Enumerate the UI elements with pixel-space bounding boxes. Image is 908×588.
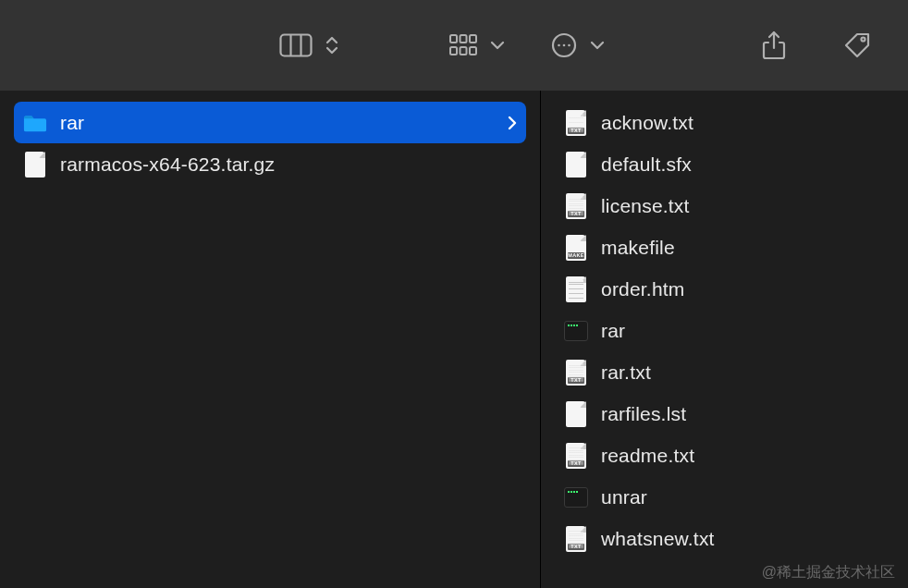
watermark: @稀土掘金技术社区	[762, 563, 895, 582]
folder-icon	[23, 111, 47, 135]
file-row[interactable]: rar	[555, 310, 894, 351]
txt-file-icon: TXT	[564, 361, 588, 385]
tag-icon[interactable]	[843, 31, 871, 59]
file-row[interactable]: TXT acknow.txt	[555, 102, 894, 143]
txt-file-icon: TXT	[564, 111, 588, 135]
txt-file-icon: TXT	[564, 527, 588, 551]
archive-file-icon	[23, 153, 47, 177]
file-row[interactable]: MAKE makefile	[555, 227, 894, 268]
file-name: acknow.txt	[601, 112, 885, 134]
file-row[interactable]: TXT license.txt	[555, 185, 894, 227]
file-name: makefile	[601, 237, 885, 259]
file-row[interactable]: unrar	[555, 476, 894, 518]
file-name: rar	[601, 320, 885, 342]
file-name: rar	[60, 112, 495, 134]
generic-file-icon	[564, 402, 588, 426]
file-name: license.txt	[601, 195, 885, 217]
file-name: rar.txt	[601, 361, 885, 384]
columns-content: rar rarmacos-x64-623.tar.gz TXT acknow.t…	[0, 91, 908, 588]
more-actions-group[interactable]	[551, 32, 605, 58]
view-mode-group[interactable]	[279, 33, 338, 57]
htm-file-icon	[564, 277, 588, 301]
txt-file-icon: TXT	[564, 444, 588, 468]
file-row[interactable]: default.sfx	[555, 143, 894, 185]
file-name: unrar	[601, 486, 885, 508]
file-row[interactable]: TXT readme.txt	[555, 435, 894, 476]
svg-point-14	[862, 38, 865, 42]
generic-file-icon	[564, 153, 588, 177]
file-row[interactable]: TXT rar.txt	[555, 351, 894, 393]
svg-rect-0	[281, 35, 312, 56]
svg-rect-7	[460, 47, 467, 55]
chevron-down-icon[interactable]	[590, 41, 605, 50]
svg-point-11	[563, 44, 566, 47]
file-name: whatsnew.txt	[601, 528, 885, 550]
file-name: rarmacos-x64-623.tar.gz	[60, 153, 517, 176]
file-name: order.htm	[601, 278, 885, 300]
columns-view-icon[interactable]	[279, 33, 313, 57]
column-child[interactable]: TXT acknow.txt default.sfx TXT license.t…	[541, 91, 908, 588]
svg-rect-6	[450, 47, 457, 55]
svg-rect-4	[460, 35, 467, 43]
executable-icon	[564, 319, 588, 343]
chevron-down-icon[interactable]	[490, 41, 505, 50]
share-icon[interactable]	[762, 31, 786, 60]
file-row[interactable]: rarfiles.lst	[555, 393, 894, 435]
svg-rect-3	[450, 35, 457, 43]
toolbar	[0, 0, 908, 91]
file-row[interactable]: TXT whatsnew.txt	[555, 518, 894, 559]
file-name: rarfiles.lst	[601, 403, 885, 425]
svg-point-10	[558, 44, 560, 47]
executable-icon	[564, 485, 588, 509]
file-row[interactable]: order.htm	[555, 268, 894, 310]
file-row[interactable]: rarmacos-x64-623.tar.gz	[14, 143, 526, 185]
file-name: default.sfx	[601, 153, 885, 176]
updown-chevron-icon[interactable]	[325, 35, 338, 55]
svg-point-12	[568, 44, 571, 47]
txt-file-icon: TXT	[564, 194, 588, 218]
folder-row[interactable]: rar	[14, 102, 526, 143]
file-name: readme.txt	[601, 445, 885, 467]
column-parent[interactable]: rar rarmacos-x64-623.tar.gz	[0, 91, 541, 588]
group-mode-group[interactable]	[449, 34, 505, 56]
chevron-right-icon	[508, 116, 517, 130]
svg-rect-8	[470, 47, 476, 55]
ellipsis-circle-icon[interactable]	[551, 32, 577, 58]
grid-group-icon[interactable]	[449, 34, 477, 56]
makefile-icon: MAKE	[564, 236, 588, 260]
svg-rect-5	[470, 35, 476, 43]
